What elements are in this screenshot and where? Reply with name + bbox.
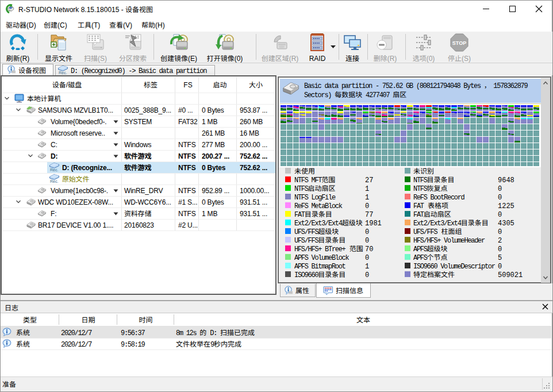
svg-text:Rec.: Rec. xyxy=(50,179,58,183)
svg-text:Rec.: Rec. xyxy=(50,168,58,172)
svg-text:STOP: STOP xyxy=(452,40,466,46)
svg-text:Rec.: Rec. xyxy=(59,71,67,75)
